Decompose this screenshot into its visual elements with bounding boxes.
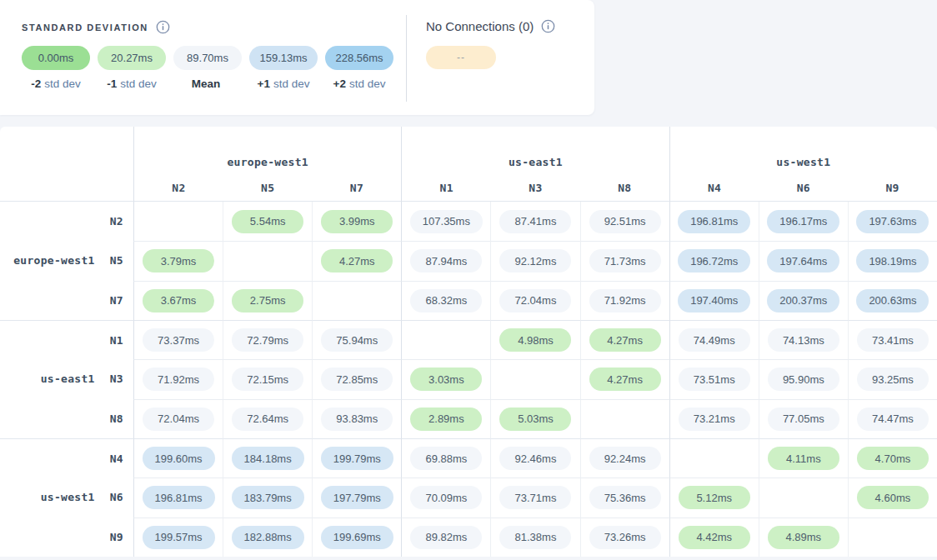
latency-cell[interactable]: 73.71ms xyxy=(490,478,579,517)
latency-pill[interactable]: 74.13ms xyxy=(768,328,839,352)
latency-pill[interactable]: 75.36ms xyxy=(589,486,661,509)
latency-pill[interactable]: 74.47ms xyxy=(857,408,929,431)
latency-cell[interactable]: 3.03ms xyxy=(401,359,490,398)
latency-pill[interactable]: 107.35ms xyxy=(410,210,483,233)
column-node-label-n6[interactable]: N6 xyxy=(759,178,848,197)
row-node-label-n2[interactable]: N2 xyxy=(110,215,123,228)
latency-pill[interactable]: 4.89ms xyxy=(768,526,839,549)
latency-pill[interactable]: 198.19ms xyxy=(856,249,929,272)
row-node-label-n7[interactable]: N7 xyxy=(110,294,123,307)
latency-pill[interactable]: 5.12ms xyxy=(679,486,750,509)
latency-pill[interactable]: 196.72ms xyxy=(678,249,750,272)
latency-pill[interactable]: 71.92ms xyxy=(589,289,661,312)
latency-cell[interactable]: 199.69ms xyxy=(312,518,401,557)
latency-pill[interactable]: 92.51ms xyxy=(589,210,661,233)
row-node-label-n5[interactable]: N5 xyxy=(110,254,123,267)
latency-cell[interactable]: 199.57ms xyxy=(133,518,223,557)
latency-cell[interactable]: 2.89ms xyxy=(401,399,490,438)
latency-cell[interactable]: 71.92ms xyxy=(133,359,223,398)
latency-pill[interactable]: 3.99ms xyxy=(321,210,393,233)
row-node-label-n1[interactable]: N1 xyxy=(110,334,123,347)
latency-pill[interactable]: 72.04ms xyxy=(143,408,214,431)
latency-pill[interactable]: 197.63ms xyxy=(856,210,929,233)
latency-pill[interactable]: 3.67ms xyxy=(143,289,214,312)
latency-cell[interactable]: 69.88ms xyxy=(401,438,490,478)
latency-cell[interactable]: 196.72ms xyxy=(669,241,759,280)
latency-cell[interactable]: 184.18ms xyxy=(223,438,312,478)
latency-pill[interactable]: 5.03ms xyxy=(499,408,571,431)
latency-pill[interactable]: 3.03ms xyxy=(410,368,482,391)
latency-pill[interactable]: 68.32ms xyxy=(410,289,482,312)
latency-pill[interactable]: 199.79ms xyxy=(321,447,393,470)
latency-pill[interactable]: 72.85ms xyxy=(321,368,393,391)
latency-pill[interactable]: 87.41ms xyxy=(499,210,571,233)
latency-pill[interactable]: 75.94ms xyxy=(321,328,393,352)
row-node-label-n9[interactable]: N9 xyxy=(110,531,123,543)
latency-pill[interactable]: 199.69ms xyxy=(321,526,393,549)
latency-pill[interactable]: 73.21ms xyxy=(679,408,750,431)
latency-cell[interactable]: 196.81ms xyxy=(669,202,759,241)
latency-pill[interactable]: 71.92ms xyxy=(143,368,214,391)
latency-pill[interactable]: 183.79ms xyxy=(232,486,304,509)
row-node-label-n3[interactable]: N3 xyxy=(110,372,123,385)
column-node-label-n3[interactable]: N3 xyxy=(491,178,580,197)
latency-cell[interactable]: 196.81ms xyxy=(133,478,223,517)
latency-cell[interactable]: 73.26ms xyxy=(580,518,669,557)
latency-cell[interactable]: 4.70ms xyxy=(848,438,937,478)
latency-pill[interactable]: 93.83ms xyxy=(321,408,393,431)
latency-cell[interactable]: 73.37ms xyxy=(133,320,223,359)
latency-cell[interactable]: 4.11ms xyxy=(759,438,848,478)
column-node-label-n2[interactable]: N2 xyxy=(134,178,223,197)
row-node-label-n6[interactable]: N6 xyxy=(110,491,123,503)
latency-pill[interactable]: 4.27ms xyxy=(589,368,661,391)
latency-cell[interactable]: 89.82ms xyxy=(401,518,490,557)
latency-pill[interactable]: 5.54ms xyxy=(232,210,303,233)
latency-cell[interactable]: 200.37ms xyxy=(759,281,848,320)
latency-cell[interactable]: 107.35ms xyxy=(401,202,490,241)
latency-cell[interactable]: 77.05ms xyxy=(759,399,848,438)
latency-cell[interactable]: 4.27ms xyxy=(580,320,669,359)
latency-cell[interactable]: 5.54ms xyxy=(223,202,312,241)
latency-pill[interactable]: 197.79ms xyxy=(321,486,393,509)
latency-cell[interactable]: 4.27ms xyxy=(580,359,669,398)
latency-cell[interactable]: 5.03ms xyxy=(490,399,579,438)
latency-cell[interactable]: 196.17ms xyxy=(759,202,848,241)
column-node-label-n7[interactable]: N7 xyxy=(313,178,402,197)
latency-pill[interactable]: 196.81ms xyxy=(143,486,215,509)
latency-pill[interactable]: 72.04ms xyxy=(499,289,571,312)
latency-cell[interactable]: 4.27ms xyxy=(312,241,401,280)
latency-pill[interactable]: 92.24ms xyxy=(589,447,661,470)
column-node-label-n8[interactable]: N8 xyxy=(580,178,669,197)
latency-pill[interactable]: 72.64ms xyxy=(232,408,303,431)
latency-cell[interactable]: 197.63ms xyxy=(848,202,937,241)
latency-cell[interactable]: 183.79ms xyxy=(223,478,312,517)
latency-pill[interactable]: 4.27ms xyxy=(321,249,393,272)
latency-cell[interactable]: 2.75ms xyxy=(223,281,312,320)
latency-cell[interactable]: 70.09ms xyxy=(401,478,490,517)
latency-pill[interactable]: 2.75ms xyxy=(232,289,303,312)
latency-cell[interactable]: 92.12ms xyxy=(490,241,579,280)
latency-pill[interactable]: 196.81ms xyxy=(678,210,750,233)
latency-cell[interactable]: 4.89ms xyxy=(759,518,848,557)
latency-pill[interactable]: 200.37ms xyxy=(767,289,839,312)
latency-pill[interactable]: 4.11ms xyxy=(768,447,839,470)
latency-pill[interactable]: 69.88ms xyxy=(410,447,482,470)
latency-pill[interactable]: 199.60ms xyxy=(143,447,215,470)
row-node-label-n4[interactable]: N4 xyxy=(110,452,123,465)
latency-cell[interactable]: 87.41ms xyxy=(490,202,579,241)
latency-cell[interactable]: 72.15ms xyxy=(223,359,312,398)
latency-pill[interactable]: 74.49ms xyxy=(679,328,750,352)
latency-cell[interactable]: 4.60ms xyxy=(848,478,937,517)
latency-cell[interactable]: 74.13ms xyxy=(759,320,848,359)
latency-cell[interactable]: 92.51ms xyxy=(580,202,669,241)
latency-pill[interactable]: 4.42ms xyxy=(679,526,750,549)
latency-cell[interactable]: 72.64ms xyxy=(223,399,312,438)
latency-pill[interactable]: 77.05ms xyxy=(768,408,839,431)
latency-cell[interactable]: 182.88ms xyxy=(223,518,312,557)
latency-cell[interactable]: 198.19ms xyxy=(848,241,937,280)
latency-pill[interactable]: 184.18ms xyxy=(232,447,304,470)
latency-cell[interactable]: 197.79ms xyxy=(312,478,401,517)
latency-pill[interactable]: 73.41ms xyxy=(857,328,929,352)
latency-pill[interactable]: 3.79ms xyxy=(143,249,214,272)
latency-cell[interactable]: 93.25ms xyxy=(848,359,937,398)
